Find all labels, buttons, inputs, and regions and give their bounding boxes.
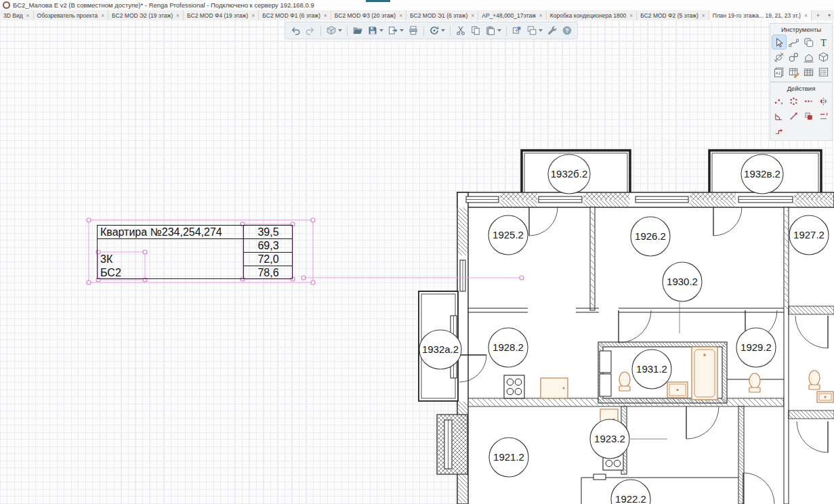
tab-close-icon[interactable]: × [324,12,327,19]
room-label[interactable]: 1930.2 [663,262,702,301]
document-tab[interactable]: БС2 MOD Э1 (6 этаж)× [406,10,478,20]
sheet-a1-tool[interactable]: A1 [772,65,786,79]
sync-button[interactable] [428,24,446,37]
document-tab[interactable]: БС2 MOD Ф2 (5 этаж)× [637,10,709,20]
window-copy-button[interactable] [525,24,544,37]
toolbar-separator [506,26,507,36]
svg-text:1932а.2: 1932а.2 [422,343,459,355]
dropdown-caret-icon[interactable] [539,29,543,32]
dropdown-caret-icon[interactable] [338,29,342,32]
document-tab[interactable]: Коробка кондеционера 1800× [547,10,637,20]
offset-action[interactable] [816,109,830,123]
paste-button[interactable] [484,24,503,37]
circle-tools-tool[interactable] [787,50,801,64]
move-object-tool[interactable] [801,50,815,64]
selection-handle[interactable] [87,280,91,285]
tab-close-icon[interactable]: × [101,12,104,19]
tab-close-icon[interactable]: × [26,12,30,19]
dropdown-caret-icon[interactable] [441,29,445,32]
import-icon [512,25,522,36]
import-button[interactable] [510,24,524,37]
selection-handle[interactable] [311,218,315,222]
document-tab[interactable]: Обозреватель проекта× [34,10,109,20]
save-button[interactable] [366,24,385,37]
room-label[interactable]: 1926.2 [631,217,670,256]
room-label[interactable]: 1929.2 [736,328,776,367]
tab-label: БС2 MOD Ф1 (6 этаж) [262,12,320,19]
dropdown-caret-icon[interactable] [400,29,404,32]
dimension-tool[interactable] [772,50,786,64]
svg-text:1925.2: 1925.2 [493,229,524,240]
document-tab[interactable]: План 19-го этажа... 19, 21, 23 эт.)× [709,10,812,20]
room-label[interactable]: 1927.2 [789,215,829,255]
room-label[interactable]: 1925.2 [488,215,528,255]
new-tab-button[interactable]: + [812,10,825,20]
tab-label: БС2 MOD Э1 (6 этаж) [410,12,467,19]
undo-button[interactable] [289,24,302,37]
select-cursor-icon [773,37,785,48]
spline-icon [788,37,799,48]
wrench-button[interactable] [545,24,559,37]
arc-angle-action[interactable] [772,109,786,123]
box-3d-tool[interactable] [816,50,830,64]
clone-tool[interactable] [801,35,815,49]
tab-close-icon[interactable]: × [251,12,255,19]
tab-close-icon[interactable]: × [399,12,402,19]
document-tab[interactable]: 3D Вид× [0,10,34,20]
move-vector-action[interactable] [787,109,801,123]
room-label[interactable]: 1921.2 [489,438,528,477]
table-edit-tool[interactable] [787,65,801,79]
document-tab[interactable]: БС2 MOD Ф4 (19 этаж)× [184,10,259,20]
open-folder-button[interactable] [351,24,364,37]
selection-handle[interactable] [87,218,91,222]
tab-overflow-icon[interactable]: ▾ [825,10,834,20]
room-label[interactable]: 1923.2 [590,419,629,459]
tab-close-icon[interactable]: × [702,12,705,19]
step-move-action[interactable] [772,124,786,138]
room-label[interactable]: 1928.2 [488,328,528,367]
view-3d-button[interactable] [325,24,343,37]
tab-label: План 19-го этажа... 19, 21, 23 эт.) [713,12,801,19]
apartment-annotation-table[interactable]: Квартира №234,254,274 3К БС2 39,5 69,3 7… [97,225,293,279]
room-label[interactable]: 1932в.2 [741,154,783,194]
print-button[interactable] [406,24,420,37]
document-tab[interactable]: БС2 MOD Ф3 (20 этаж)× [331,10,406,20]
redo-button[interactable] [304,24,317,37]
tab-close-icon[interactable]: × [804,12,808,19]
cut-button[interactable] [454,24,467,37]
select-cursor-tool[interactable] [772,35,786,49]
drawing-canvas[interactable]: 1932б.21932в.21925.21926.21927.21930.219… [0,20,834,504]
dropdown-caret-icon[interactable] [497,29,501,32]
document-tab[interactable]: БС2 MOD Э2 (19 этаж)× [108,10,184,20]
svg-text:1923.2: 1923.2 [594,433,625,444]
more-dots-icon [804,96,814,106]
selection-handle[interactable] [520,276,524,280]
tab-close-icon[interactable]: × [539,12,543,19]
selection-handle[interactable] [311,280,315,285]
tab-close-icon[interactable]: × [176,12,180,19]
more-dots-action[interactable] [801,94,815,108]
room-label[interactable]: 1932б.2 [548,154,590,194]
tab-close-icon[interactable]: × [629,12,633,19]
copy-shape-action[interactable] [801,109,815,123]
help-button[interactable]: ? [560,24,574,37]
move-points-action[interactable] [772,94,786,108]
tab-list: 3D Вид×Обозреватель проекта×БС2 MOD Э2 (… [0,10,812,20]
copy-button[interactable] [469,24,482,37]
export-button[interactable] [386,24,405,37]
document-tab[interactable]: БС2 MOD Ф1 (6 этаж)× [259,10,331,20]
mirror-action[interactable] [816,94,830,108]
tab-close-icon[interactable]: × [471,12,474,19]
room-label[interactable]: 1931.2 [632,350,671,389]
selection-handle[interactable] [301,276,306,280]
spline-tool[interactable] [787,35,801,49]
document-tab[interactable]: АР_+48,000_17этаж× [478,10,547,20]
specification-list-tool[interactable] [816,65,830,79]
table-tool[interactable] [801,65,815,79]
room-label[interactable]: 1932а.2 [419,330,461,369]
rotate-array-action[interactable] [787,94,801,108]
dropdown-caret-icon[interactable] [379,29,383,32]
svg-text:T: T [820,37,827,47]
text-tool[interactable]: T [816,35,830,49]
box-3d-icon [818,51,829,63]
